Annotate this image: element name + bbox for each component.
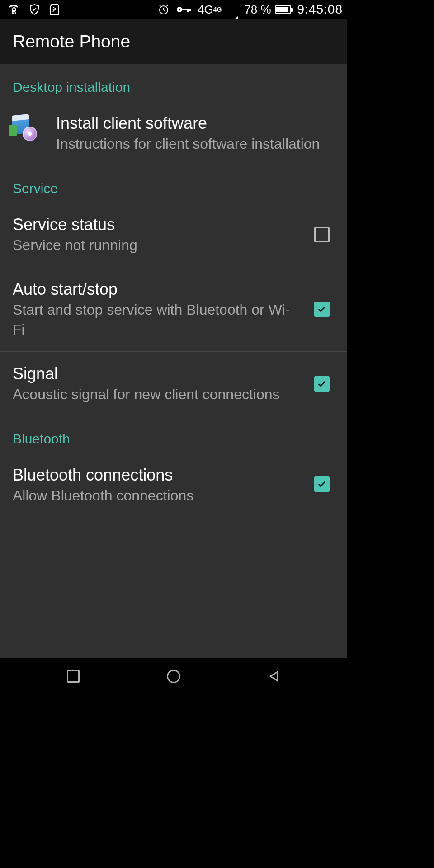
checkbox-signal[interactable] — [314, 376, 330, 392]
nav-home-button[interactable] — [146, 665, 201, 687]
install-box-icon — [13, 113, 56, 140]
status-bar: 4G4G 78 % 9:45:08 — [0, 0, 347, 19]
row-title: Signal — [13, 363, 302, 384]
svg-rect-4 — [182, 9, 190, 10]
battery-pct: 78 % — [244, 3, 271, 17]
row-service-status[interactable]: Service status Service not running — [0, 203, 347, 267]
row-sub: Service not running — [13, 236, 302, 255]
battery-indicator: 78 % — [244, 3, 291, 17]
section-header-service: Service — [0, 165, 347, 203]
shield-check-icon — [29, 4, 40, 15]
wifi-lock-icon — [8, 4, 19, 15]
clock: 9:45:08 — [297, 2, 343, 17]
section-header-install: Desktop installation — [0, 64, 347, 101]
row-install-client[interactable]: Install client software Instructions for… — [0, 101, 347, 165]
network-type: 4G4G — [198, 3, 222, 17]
section-header-bluetooth: Bluetooth — [0, 416, 347, 453]
row-title: Install client software — [56, 113, 327, 133]
row-bluetooth-connections[interactable]: Bluetooth connections Allow Bluetooth co… — [0, 453, 347, 504]
svg-rect-5 — [187, 9, 189, 12]
checkbox-auto-start[interactable] — [314, 302, 330, 317]
settings-list[interactable]: Desktop installation Install client soft… — [0, 64, 347, 658]
alarm-icon — [158, 4, 170, 15]
svg-rect-6 — [189, 9, 191, 11]
vpn-key-icon — [176, 5, 191, 14]
row-title: Service status — [13, 214, 302, 235]
nav-recent-button[interactable] — [46, 665, 100, 687]
navigation-bar — [0, 658, 347, 694]
square-icon — [67, 670, 80, 683]
checkbox-service-status[interactable] — [314, 227, 330, 242]
row-sub: Start and stop service with Bluetooth or… — [13, 300, 302, 339]
battery-icon — [275, 5, 291, 14]
row-title: Bluetooth connections — [13, 465, 302, 485]
row-sub: Acoustic signal for new client connectio… — [13, 385, 302, 404]
circle-icon — [167, 670, 180, 683]
app-title: Remote Phone — [13, 32, 130, 52]
checkbox-bluetooth-conn[interactable] — [314, 476, 330, 492]
svg-point-3 — [179, 9, 180, 10]
nfc-tag-icon — [50, 4, 60, 15]
nav-back-button[interactable] — [247, 665, 301, 687]
triangle-back-icon — [268, 670, 280, 683]
row-signal[interactable]: Signal Acoustic signal for new client co… — [0, 352, 347, 416]
signal-icon — [228, 3, 238, 17]
row-sub: Allow Bluetooth connections — [13, 486, 302, 504]
row-sub: Instructions for client software install… — [56, 134, 327, 154]
row-auto-start-stop[interactable]: Auto start/stop Start and stop service w… — [0, 267, 347, 351]
row-title: Auto start/stop — [13, 279, 302, 299]
app-bar: Remote Phone — [0, 19, 347, 64]
